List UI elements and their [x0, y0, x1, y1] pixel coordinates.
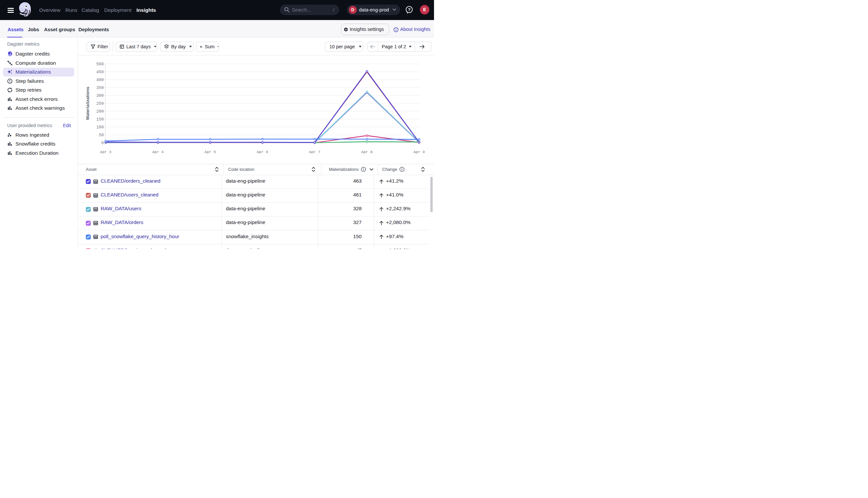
svg-text:Apr 4: Apr 4 [152, 150, 164, 154]
svg-text:350: 350 [96, 86, 104, 90]
svg-text:450: 450 [96, 70, 104, 75]
svg-text:?: ? [408, 7, 410, 12]
svg-text:0: 0 [101, 141, 104, 145]
svg-text:Apr 8: Apr 8 [361, 150, 373, 154]
svg-text:250: 250 [96, 102, 104, 106]
svg-text:300: 300 [96, 94, 104, 98]
svg-text:100: 100 [96, 125, 104, 130]
svg-text:200: 200 [96, 109, 104, 114]
svg-text:Apr 9: Apr 9 [413, 150, 425, 154]
svg-text:Apr 3: Apr 3 [100, 150, 112, 154]
svg-text:150: 150 [96, 117, 104, 122]
svg-text:50: 50 [99, 133, 104, 137]
svg-text:Materializations: Materializations [85, 87, 90, 120]
svg-text:400: 400 [96, 78, 104, 82]
svg-text:500: 500 [96, 62, 104, 67]
svg-text:Apr 5: Apr 5 [204, 150, 216, 154]
svg-text:Apr 7: Apr 7 [309, 150, 321, 154]
svg-text:Apr 6: Apr 6 [257, 150, 268, 154]
